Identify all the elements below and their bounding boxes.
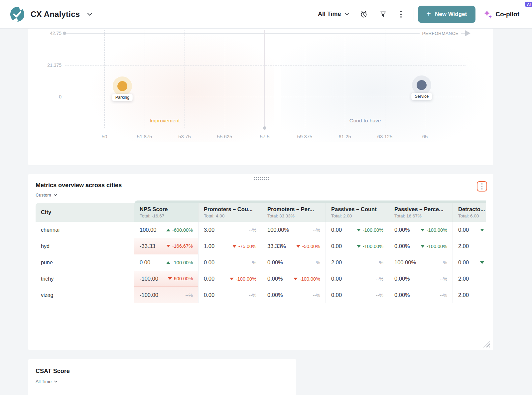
metric-cell[interactable]: 33.33%-50.00% xyxy=(262,238,326,254)
x-gridline xyxy=(225,30,225,128)
alarm-icon[interactable] xyxy=(357,8,370,21)
column-label: Passives – Perce... xyxy=(394,206,447,212)
change-text: --% xyxy=(376,260,383,265)
x-tick-label: 53.75 xyxy=(178,134,191,139)
cell-value: 0.00% xyxy=(267,276,283,282)
metric-cell[interactable]: 0.00--% xyxy=(326,271,389,287)
new-widget-button[interactable]: + New Widget xyxy=(418,6,476,23)
column-total: Total: 2.00 xyxy=(331,213,383,218)
metric-cell[interactable]: 0.00%-100.00% xyxy=(262,271,326,287)
metric-cell[interactable]: 0.00%--% xyxy=(262,287,326,303)
cell-value: 0.00 xyxy=(331,276,342,282)
city-cell[interactable]: pune xyxy=(36,254,134,271)
column-label: City xyxy=(41,209,129,215)
metric-cell[interactable]: 0.00%-100.00% xyxy=(389,222,453,238)
x-gridline xyxy=(385,30,385,128)
header-kebab-menu-icon[interactable] xyxy=(394,8,408,21)
cell-change: -100.00% xyxy=(421,227,447,233)
cell-value: 0.00% xyxy=(394,243,410,249)
app-logo[interactable] xyxy=(9,6,26,23)
metric-cell[interactable]: 0.00-100.00% xyxy=(199,271,262,287)
chevron-down-icon xyxy=(54,380,58,383)
metric-cell[interactable]: 0.00%--% xyxy=(262,254,326,271)
metric-cell[interactable]: 100.00-600.00% xyxy=(134,222,199,238)
column-header-passives-count[interactable]: Passives – CountTotal: 2.00 xyxy=(326,203,389,222)
x-gridline xyxy=(265,30,265,128)
metric-cell[interactable]: 0.00 xyxy=(453,254,486,271)
change-text: --% xyxy=(313,293,320,298)
cell-value: 0.00 xyxy=(140,259,150,266)
column-header-promoters-cou[interactable]: Promoters – Cou...Total: 4.00 xyxy=(199,203,262,222)
metric-cell[interactable]: 0.00--% xyxy=(326,287,389,303)
x-tick-label: 61.25 xyxy=(338,134,351,139)
change-text: --% xyxy=(440,293,447,298)
change-text: -100.00% xyxy=(300,276,320,282)
cell-value: 0.00% xyxy=(394,227,410,233)
cell-value: 0.00% xyxy=(267,292,283,298)
column-header-nps-score[interactable]: NPS ScoreTotal: -16.67 xyxy=(134,203,199,222)
widget-resize-handle[interactable] xyxy=(483,341,490,347)
x-tick-label: 65 xyxy=(422,134,428,139)
metric-cell[interactable]: 0.00--% xyxy=(199,287,262,303)
metric-cell[interactable]: 3.00--% xyxy=(199,222,262,238)
metrics-table-widget: Metrics overview across cities Custom Ci… xyxy=(28,174,493,350)
parking-point[interactable] xyxy=(117,81,127,91)
trend-down-icon xyxy=(166,245,170,247)
filter-icon[interactable] xyxy=(376,8,390,21)
cell-value: 0.00% xyxy=(267,259,283,266)
metric-cell[interactable]: 0.00 xyxy=(453,222,486,238)
metric-cell[interactable]: -100.00--% xyxy=(134,287,199,303)
change-text: -100.00% xyxy=(172,260,193,265)
widget-drag-handle[interactable] xyxy=(253,177,269,180)
time-filter-label: All Time xyxy=(318,11,341,18)
city-cell[interactable]: trichy xyxy=(36,271,134,287)
metric-cell[interactable]: 0.00--% xyxy=(199,254,262,271)
time-filter-dropdown[interactable]: All Time xyxy=(318,11,349,18)
column-header-city[interactable]: City xyxy=(36,203,134,222)
table-widget-kebab-button[interactable] xyxy=(477,181,487,192)
metric-cell[interactable]: 2.00 xyxy=(453,271,486,287)
service-point[interactable] xyxy=(417,80,427,90)
x-tick-label: 63.125 xyxy=(377,134,393,139)
city-cell[interactable]: chennai xyxy=(36,222,134,238)
performance-scatter-widget: PERFORMANCE 5051.87553.7555.62557.559.37… xyxy=(28,29,493,165)
metric-cell[interactable]: 1.00-75.00% xyxy=(199,238,262,254)
cell-value: 0.00 xyxy=(204,259,214,266)
csat-filter-dropdown[interactable]: All Time xyxy=(36,379,58,384)
metric-cell[interactable]: 0.00%-100.00% xyxy=(389,238,453,254)
change-text: --% xyxy=(376,293,383,298)
city-cell[interactable]: vizag xyxy=(36,287,134,303)
column-label: NPS Score xyxy=(140,206,193,212)
metric-cell[interactable]: 0.00-100.00% xyxy=(326,222,389,238)
change-text: -75.00% xyxy=(238,244,256,249)
metric-cell[interactable]: -33.33-166.67% xyxy=(134,238,199,255)
copilot-button[interactable]: Co-pilot AI xyxy=(483,10,519,19)
cell-change: -166.67% xyxy=(166,243,193,249)
metric-cell[interactable]: 100.00%--% xyxy=(389,254,453,271)
ai-badge: AI xyxy=(525,2,532,7)
metric-cell[interactable]: 2.00--% xyxy=(326,254,389,271)
metric-cell[interactable]: 0.00-100.00% xyxy=(134,254,199,271)
column-header-detracto[interactable]: Detracto...Total: 6.00 xyxy=(453,203,486,222)
trend-down-icon xyxy=(357,229,361,231)
column-header-passives-perce[interactable]: Passives – Perce...Total: 16.67% xyxy=(389,203,453,222)
column-header-promoters-per[interactable]: Promoters – Per...Total: 33.33% xyxy=(262,203,326,222)
metric-cell[interactable]: 0.00%--% xyxy=(389,271,453,287)
metric-cell[interactable]: 100.00%--% xyxy=(262,222,326,238)
change-text: --% xyxy=(376,276,383,282)
app-title-chevron-icon[interactable] xyxy=(87,13,92,16)
metric-cell[interactable]: 2.00 xyxy=(453,287,486,303)
x-tick-label: 50 xyxy=(102,134,107,139)
cell-change xyxy=(480,229,486,231)
metric-cell[interactable]: 0.00%--% xyxy=(389,287,453,303)
metric-cell[interactable]: 0.00-100.00% xyxy=(326,238,389,254)
cell-value: 0.00 xyxy=(204,292,214,298)
table-filter-dropdown[interactable]: Custom xyxy=(36,193,57,198)
cell-value: 0.00 xyxy=(331,227,342,233)
metric-cell[interactable]: -100.00600.00% xyxy=(134,271,199,287)
column-total: Total: 4.00 xyxy=(204,213,256,218)
cell-change: --% xyxy=(249,293,256,298)
metric-cell[interactable]: 2.00 xyxy=(453,238,486,254)
city-cell[interactable]: hyd xyxy=(36,238,134,254)
cell-value: 2.00 xyxy=(458,276,469,282)
